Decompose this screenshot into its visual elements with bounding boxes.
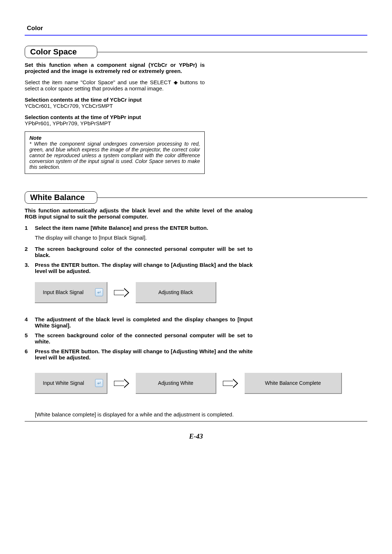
box-label: Input White Signal — [43, 380, 84, 386]
enter-icon: ↵ — [95, 288, 103, 296]
step-num: 1 — [25, 225, 35, 231]
box-adjusting-black: Adjusting Black — [136, 282, 216, 303]
box-label: Input Black Signal — [43, 289, 83, 295]
step-1-plain: The display will change to [Input Black … — [35, 235, 253, 241]
ypbpr-label: Selection contents at the time of YPbPr … — [25, 114, 205, 120]
ycbcr-label: Selection contents at the time of YCbCr … — [25, 97, 205, 103]
step-text: The screen background color of the conne… — [35, 246, 253, 258]
arrow-icon — [114, 288, 129, 297]
step-num: 6 — [25, 348, 35, 360]
final-text: [White balance complete] is displayed fo… — [35, 411, 253, 417]
step-num: 4 — [25, 316, 35, 329]
enter-icon: ↵ — [95, 379, 103, 387]
arrow-icon — [223, 379, 238, 388]
color-space-intro: Set this function when a component signa… — [25, 62, 205, 74]
section-color-space-header: Color Space — [25, 46, 367, 58]
page-number: E-43 — [25, 432, 367, 440]
section-tab: White Balance — [25, 191, 97, 204]
step-6: 6 Press the ENTER button. The display wi… — [25, 348, 253, 360]
note-body: * When the component signal undergoes co… — [29, 141, 200, 170]
select-right-icon — [175, 81, 178, 85]
section-rule — [97, 197, 367, 198]
step-3: 3. Press the ENTER button. The display w… — [25, 262, 253, 274]
box-input-black: Input Black Signal ↵ — [35, 282, 107, 303]
box-adjusting-white: Adjusting White — [136, 373, 216, 394]
step-1: 1 Select the item name [White Balance] a… — [25, 225, 253, 231]
white-balance-intro: This function automatically adjusts the … — [25, 207, 253, 220]
white-balance-block: This function automatically adjusts the … — [25, 207, 253, 274]
box-wb-complete: White Balance Complete — [245, 373, 342, 394]
box-label: White Balance Complete — [265, 380, 321, 386]
step-4: 4 The adjustment of the black level is c… — [25, 316, 253, 329]
body-pre: Select the item name "Color Space" and u… — [25, 79, 173, 85]
step-text: The adjustment of the black level is com… — [35, 316, 253, 329]
box-label: Adjusting White — [158, 380, 193, 386]
note-box: Note * When the component signal undergo… — [25, 131, 205, 174]
step-2: 2 The screen background color of the con… — [25, 246, 253, 258]
diagram-black: Input Black Signal ↵ Adjusting Black — [35, 282, 367, 303]
section-tab: Color Space — [25, 46, 97, 58]
section-rule — [97, 52, 367, 52]
step-num: 3. — [25, 262, 35, 274]
note-title: Note — [29, 135, 200, 141]
step-text: Press the ENTER button. The display will… — [35, 262, 253, 274]
header-label: Color — [27, 25, 367, 32]
diagram-white: Input White Signal ↵ Adjusting White Whi… — [35, 373, 367, 394]
ypbpr-values: YPbPr601, YPbPr709, YPbPrSMPT — [25, 120, 205, 126]
white-balance-block2: 4 The adjustment of the black level is c… — [25, 316, 253, 360]
step-5: 5 The screen background color of the con… — [25, 332, 253, 345]
header-rule — [25, 35, 367, 36]
color-space-body: Select the item name "Color Space" and u… — [25, 79, 205, 91]
step-num: 5 — [25, 332, 35, 345]
step-text: Select the item name [White Balance] and… — [35, 225, 253, 231]
footer-rule — [25, 421, 367, 421]
color-space-column: Set this function when a component signa… — [25, 62, 205, 174]
step-text: Press the ENTER button. The display will… — [35, 348, 253, 360]
box-input-white: Input White Signal ↵ — [35, 373, 107, 394]
box-label: Adjusting Black — [158, 289, 193, 295]
step-num: 2 — [25, 246, 35, 258]
step-text: The screen background color of the conne… — [35, 332, 253, 345]
section-white-balance-header: White Balance — [25, 191, 367, 204]
arrow-icon — [114, 379, 129, 388]
ycbcr-values: YCbCr601, YCbCr709, YCbCrSMPT — [25, 103, 205, 109]
